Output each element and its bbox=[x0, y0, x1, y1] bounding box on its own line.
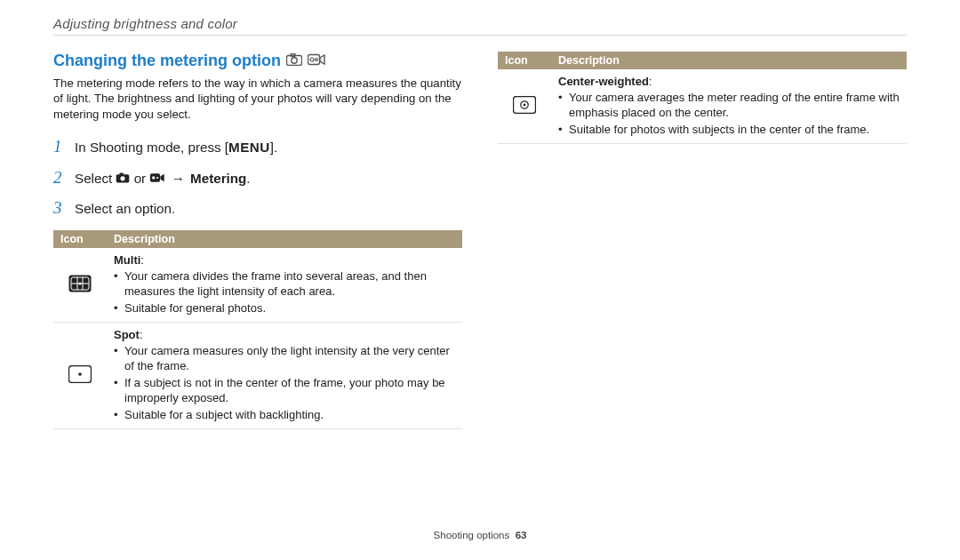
multi-metering-icon bbox=[68, 282, 92, 295]
bullet: If a subject is not in the center of the… bbox=[114, 375, 455, 406]
footer-section: Shooting options bbox=[434, 530, 510, 540]
step-1-post: ]. bbox=[270, 140, 277, 155]
left-column: Changing the metering option The meterin… bbox=[53, 52, 462, 429]
camera-mode-icon bbox=[286, 53, 302, 69]
bullet: Suitable for a subject with backlighting… bbox=[114, 407, 455, 422]
footer-page-number: 63 bbox=[516, 530, 527, 540]
row-title-suffix: : bbox=[140, 328, 143, 341]
row-title: Center-weighted bbox=[558, 75, 649, 88]
step-2-mid: or bbox=[134, 171, 150, 186]
svg-rect-9 bbox=[150, 174, 160, 182]
page-footer: Shooting options 63 bbox=[0, 530, 960, 540]
arrow-icon: → bbox=[170, 169, 187, 189]
svg-point-10 bbox=[152, 177, 155, 180]
bullet: Suitable for photos with subjects in the… bbox=[558, 122, 900, 137]
step-1-pre: In Shooting mode, press [ bbox=[75, 140, 228, 155]
step-3-text: Select an option. bbox=[75, 199, 175, 220]
table-header-description: Description bbox=[107, 230, 462, 248]
step-number: 2 bbox=[53, 165, 66, 191]
metering-table-right: Icon Description Center-weighted: bbox=[498, 52, 907, 144]
step-2: 2 Select or → Metering. bbox=[53, 165, 462, 191]
bullet: Your camera divides the frame into sever… bbox=[114, 268, 455, 300]
svg-point-5 bbox=[316, 58, 318, 60]
menu-key-label: MENU bbox=[228, 140, 270, 155]
svg-point-11 bbox=[156, 177, 158, 179]
row-title: Multi bbox=[114, 253, 140, 267]
breadcrumb: Adjusting brightness and color bbox=[53, 16, 907, 31]
spot-metering-icon bbox=[68, 372, 92, 386]
bullet: Suitable for general photos. bbox=[114, 300, 455, 316]
svg-point-22 bbox=[524, 104, 526, 107]
step-number: 1 bbox=[53, 134, 66, 160]
section-heading: Changing the metering option bbox=[53, 52, 281, 70]
steps-list: 1 In Shooting mode, press [MENU]. 2 Sele… bbox=[53, 134, 462, 221]
row-title: Spot bbox=[114, 328, 140, 341]
svg-point-17 bbox=[78, 282, 81, 284]
svg-point-8 bbox=[121, 177, 125, 181]
intro-paragraph: The metering mode refers to the way in w… bbox=[53, 76, 462, 122]
video-mode-icon bbox=[149, 169, 165, 189]
step-2-post: . bbox=[246, 171, 250, 186]
camera-mode-icon bbox=[116, 169, 130, 189]
table-row: Multi: Your camera divides the frame int… bbox=[53, 248, 462, 323]
metering-table-left: Icon Description Multi: bbox=[53, 230, 462, 429]
step-number: 3 bbox=[53, 196, 66, 221]
step-1: 1 In Shooting mode, press [MENU]. bbox=[53, 134, 462, 160]
table-row: Spot: Your camera measures only the ligh… bbox=[53, 322, 462, 428]
svg-point-2 bbox=[292, 57, 297, 62]
svg-rect-7 bbox=[120, 173, 124, 176]
svg-point-19 bbox=[78, 372, 82, 376]
svg-point-4 bbox=[310, 58, 314, 61]
right-column: Icon Description Center-weighted: bbox=[498, 52, 907, 429]
video-mode-icon bbox=[308, 53, 325, 69]
table-header-icon: Icon bbox=[498, 52, 551, 69]
bullet: Your camera measures only the light inte… bbox=[114, 343, 455, 374]
table-header-description: Description bbox=[551, 52, 907, 69]
row-title-suffix: : bbox=[649, 75, 652, 88]
row-title-suffix: : bbox=[140, 253, 144, 267]
divider bbox=[53, 35, 907, 36]
metering-label: Metering bbox=[190, 171, 246, 186]
table-header-icon: Icon bbox=[53, 230, 107, 248]
bullet: Your camera averages the meter reading o… bbox=[558, 90, 900, 121]
center-weighted-metering-icon bbox=[513, 103, 536, 116]
step-3: 3 Select an option. bbox=[53, 196, 462, 221]
step-2-pre: Select bbox=[75, 171, 116, 186]
table-row: Center-weighted: Your camera averages th… bbox=[498, 69, 907, 144]
